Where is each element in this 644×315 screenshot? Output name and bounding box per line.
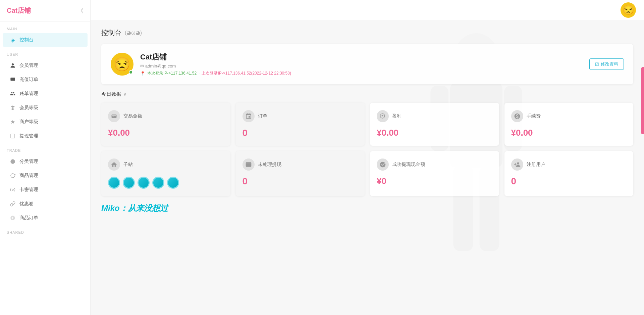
scrollbar-indicator[interactable]	[641, 67, 644, 134]
merchant-level-icon	[9, 119, 16, 125]
ip-separator: ·	[199, 71, 200, 76]
categories-icon	[9, 158, 16, 165]
sidebar-item-label-merchant-level: 商户等级	[19, 119, 38, 125]
sidebar-item-label-cards: 卡密管理	[19, 187, 38, 193]
sidebar-item-label-recharge: 充值订单	[19, 77, 38, 83]
sidebar: Cat店铺 《 MAIN ◈ 控制台 USER 会员管理 充值订单 账单管理 会…	[0, 0, 91, 315]
registered-users-value: 0	[511, 176, 627, 187]
withdrawal-icon	[9, 133, 16, 139]
circle-5	[167, 177, 179, 189]
sidebar-item-label-dashboard: 控制台	[19, 37, 34, 43]
section-label-user: USER	[0, 47, 90, 58]
transaction-value: ¥0.00	[108, 128, 224, 138]
recharge-icon	[9, 76, 16, 83]
stat-card-header-registered: 注册用户	[511, 159, 627, 171]
orders-value: 0	[243, 128, 358, 138]
stat-card-header-transaction: 交易金额	[108, 110, 224, 122]
stats-grid-row1: 交易金额 ¥0.00 订单 0	[101, 103, 633, 146]
successful-withdrawal-value: ¥0	[377, 176, 492, 186]
fee-label: 手续费	[527, 113, 541, 119]
data-section-arrow: ∨	[123, 92, 126, 97]
cards-icon	[9, 186, 16, 193]
page-subtitle: (◕ω◕)	[125, 30, 142, 36]
edit-profile-button[interactable]: ☑ 修改资料	[589, 58, 624, 70]
member-level-icon	[9, 104, 16, 111]
sidebar-item-label-member-level: 会员等级	[19, 105, 38, 111]
profit-icon	[377, 110, 389, 122]
registered-users-icon	[511, 159, 523, 171]
section-label-main: MAIN	[0, 21, 90, 33]
section-label-shared: SHARED	[0, 225, 90, 236]
edit-button-label: 修改资料	[601, 61, 618, 67]
fee-value: ¥0.00	[511, 128, 627, 138]
sidebar-header: Cat店铺 《	[0, 0, 90, 21]
sidebar-item-accounts[interactable]: 账单管理	[3, 87, 88, 100]
svg-rect-13	[246, 162, 251, 167]
successful-withdrawal-label: 成功提现现金额	[392, 162, 425, 168]
subsite-circles	[108, 177, 224, 189]
location-icon: 📍	[140, 71, 145, 76]
fee-icon	[511, 110, 523, 122]
members-icon	[9, 62, 16, 69]
pending-withdrawal-icon	[243, 159, 255, 171]
sidebar-item-label-withdrawal: 提现管理	[19, 133, 38, 139]
sidebar-item-label-members: 会员管理	[19, 62, 38, 69]
goods-icon	[9, 172, 16, 179]
registered-users-label: 注册用户	[527, 162, 545, 168]
stat-card-header-subsite: 子站	[108, 159, 224, 171]
sidebar-item-label-accounts: 账单管理	[19, 91, 38, 97]
circle-2	[123, 177, 135, 189]
content-inner: 控制台 (◕ω◕) 😒 Cat店铺 ✉ admin@qq.com 📍	[91, 20, 644, 222]
sidebar-collapse-button[interactable]: 《	[77, 7, 84, 15]
stat-card-registered-users: 注册用户 0	[504, 151, 634, 196]
stat-card-orders: 订单 0	[236, 103, 365, 146]
last-ip: 上次登录IP->117.136.41.52(2022-12-12 22:30:5…	[202, 71, 291, 76]
stat-card-subsite: 子站	[101, 151, 230, 196]
user-avatar[interactable]: 😒	[621, 2, 636, 18]
stat-card-pending-withdrawal: 未处理提现 0	[236, 151, 365, 196]
sidebar-item-categories[interactable]: 分类管理	[3, 155, 88, 168]
stat-card-header-profit: 盈利	[377, 110, 492, 122]
data-section-title[interactable]: 今日数据 ∨	[101, 91, 633, 97]
successful-withdrawal-icon	[377, 159, 389, 171]
stat-card-fee: 手续费 ¥0.00	[504, 103, 634, 146]
sidebar-item-withdrawal[interactable]: 提现管理	[3, 129, 88, 143]
email-icon: ✉	[140, 63, 144, 69]
subsite-icon	[108, 159, 120, 171]
stat-card-header-fee: 手续费	[511, 110, 627, 122]
stat-card-header-pending: 未处理提现	[243, 159, 358, 171]
sidebar-item-orders[interactable]: 商品订单	[3, 211, 88, 225]
stat-card-transaction: 交易金额 ¥0.00	[101, 103, 230, 146]
sidebar-item-merchant-level[interactable]: 商户等级	[3, 115, 88, 129]
accounts-icon	[9, 90, 16, 97]
data-section-label: 今日数据	[101, 91, 121, 97]
circle-3	[138, 177, 150, 189]
sidebar-item-members[interactable]: 会员管理	[3, 59, 88, 72]
sidebar-item-label-coupons: 优惠卷	[19, 201, 34, 207]
section-label-trade: TRADE	[0, 143, 90, 154]
profile-avatar: 😒	[111, 53, 133, 76]
sidebar-item-goods[interactable]: 商品管理	[3, 169, 88, 182]
page-title-row: 控制台 (◕ω◕)	[101, 28, 633, 37]
profit-label: 盈利	[392, 113, 401, 119]
stats-grid-row2: 子站 未处理提现	[101, 151, 633, 196]
orders-stat-label: 订单	[258, 113, 267, 119]
profile-email: ✉ admin@qq.com	[140, 63, 583, 69]
pending-withdrawal-label: 未处理提现	[258, 162, 281, 168]
topbar: 😒	[91, 0, 644, 20]
sidebar-item-member-level[interactable]: 会员等级	[3, 101, 88, 115]
dashboard-icon: ◈	[9, 37, 16, 43]
stat-card-profit: 盈利 ¥0.00	[370, 103, 499, 146]
sidebar-item-cards[interactable]: 卡密管理	[3, 183, 88, 196]
current-ip: 本次登录IP->117.136.41.52	[147, 71, 197, 76]
circle-4	[152, 177, 164, 189]
sidebar-item-dashboard[interactable]: ◈ 控制台	[3, 33, 88, 47]
sidebar-item-label-goods: 商品管理	[19, 173, 38, 179]
email-address: admin@qq.com	[145, 63, 176, 69]
profile-ip-row: 📍 本次登录IP->117.136.41.52 · 上次登录IP->117.13…	[140, 71, 583, 76]
sidebar-item-recharge[interactable]: 充值订单	[3, 73, 88, 86]
circle-1	[108, 177, 120, 189]
sidebar-item-coupons[interactable]: 优惠卷	[3, 197, 88, 211]
stat-card-header-orders: 订单	[243, 110, 358, 122]
bottom-banner: Miko：从来没想过	[101, 203, 633, 214]
